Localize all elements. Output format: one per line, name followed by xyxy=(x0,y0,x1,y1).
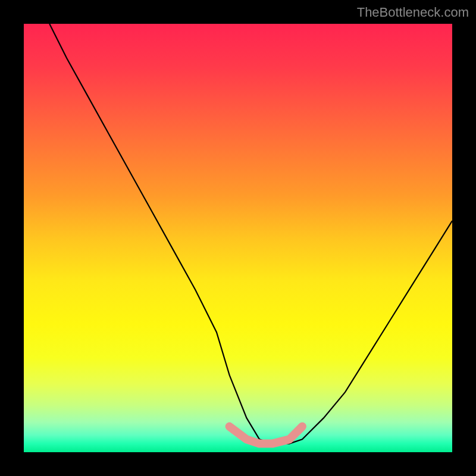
chart-plot-area xyxy=(24,24,452,452)
bottleneck-curve-line xyxy=(49,24,452,444)
chart-svg xyxy=(24,24,452,452)
watermark-text: TheBottleneck.com xyxy=(357,5,469,20)
highlight-band-line xyxy=(230,427,302,444)
